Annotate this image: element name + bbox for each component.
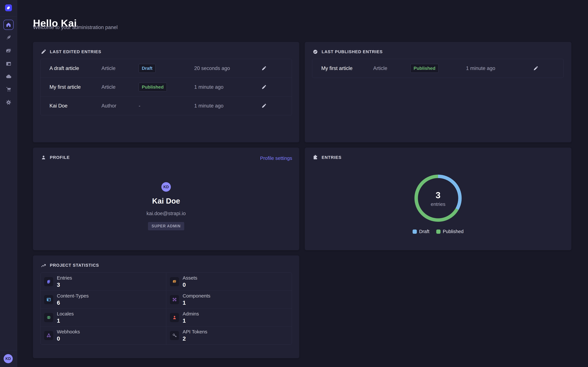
entry-type: Article: [101, 65, 139, 71]
profile-avatar: KD: [161, 182, 171, 192]
stat-webhooks: Webhooks0: [41, 326, 166, 344]
person-icon: [170, 313, 179, 322]
stat-value: 1: [183, 317, 199, 324]
stat-label: Components: [183, 293, 210, 299]
legend-item-published: Published: [436, 229, 464, 234]
profile-name: Kai Doe: [152, 197, 180, 205]
sidebar-item-content-manager[interactable]: [0, 32, 17, 43]
legend-item-draft: Draft: [413, 229, 429, 234]
profile-card: PROFILE Profile settings KD Kai Doe kai.…: [33, 148, 299, 250]
images-icon: [170, 277, 179, 286]
gear-icon: [6, 99, 12, 105]
card-title: LAST PUBLISHED ENTRIES: [322, 49, 383, 54]
sidebar-divider: [0, 16, 17, 17]
sidebar-item-deploy[interactable]: [0, 71, 17, 82]
table-row[interactable]: My first article Article Published 1 min…: [312, 59, 563, 78]
profile-role-badge: SUPER ADMIN: [148, 222, 184, 230]
webhook-icon: [44, 331, 53, 340]
nodes-icon: [170, 295, 179, 304]
edit-button[interactable]: [533, 66, 538, 71]
last-published-entries-card: LAST PUBLISHED ENTRIES My first article …: [305, 42, 571, 142]
stat-value: 6: [57, 300, 89, 306]
status-badge: Draft: [139, 64, 156, 73]
layout-icon: [44, 295, 53, 304]
edit-button[interactable]: [261, 66, 266, 71]
stat-value: 0: [57, 335, 80, 342]
stat-label: Entries: [57, 275, 72, 281]
entry-name: A draft article: [50, 65, 101, 71]
edit-button[interactable]: [261, 85, 266, 90]
card-title: PROJECT STATISTICS: [50, 263, 99, 268]
entry-name: My first article: [50, 84, 101, 90]
feather-icon: [6, 34, 12, 41]
entry-time: 1 minute ago: [194, 103, 261, 109]
entries-table: A draft article Article Draft 20 seconds…: [40, 59, 292, 115]
stat-assets: Assets0: [166, 273, 292, 291]
cart-icon: [6, 86, 12, 92]
entry-type: Article: [101, 84, 139, 90]
sidebar-item-media-library[interactable]: [0, 45, 17, 56]
card-header: PROJECT STATISTICS: [41, 263, 99, 268]
stat-components: Components1: [166, 291, 292, 309]
entry-type: Author: [101, 103, 139, 109]
layout-icon: [6, 61, 12, 67]
card-header: PROFILE: [41, 155, 70, 160]
status-badge: Published: [410, 64, 439, 73]
card-header: ENTRIES: [313, 155, 342, 160]
globe-icon: [44, 313, 53, 322]
donut-center-value: 3: [414, 190, 463, 200]
entry-time: 1 minute ago: [194, 84, 261, 90]
card-header: LAST PUBLISHED ENTRIES: [313, 49, 383, 54]
stat-label: Content-Types: [57, 293, 89, 299]
stat-value: 0: [183, 282, 197, 288]
sidebar-item-marketplace[interactable]: [0, 84, 17, 94]
entry-name: My first article: [321, 65, 373, 71]
stat-label: Webhooks: [57, 329, 80, 334]
stat-api-tokens: API Tokens2: [166, 326, 292, 344]
profile-settings-link[interactable]: Profile settings: [260, 155, 292, 161]
card-title: LAST EDITED ENTRIES: [50, 49, 101, 54]
sidebar-user-avatar[interactable]: KD: [4, 354, 13, 363]
stat-value: 1: [183, 300, 210, 306]
table-row[interactable]: A draft article Article Draft 20 seconds…: [41, 59, 292, 78]
legend-label: Draft: [419, 229, 429, 234]
entry-time: 1 minute ago: [466, 65, 533, 71]
table-row[interactable]: Kai Doe Author - 1 minute ago: [41, 96, 292, 115]
entry-time: 20 seconds ago: [194, 65, 261, 71]
media-library-icon: [6, 48, 12, 54]
key-icon: [170, 331, 179, 340]
table-row[interactable]: My first article Article Published 1 min…: [41, 78, 292, 96]
sidebar-item-home[interactable]: [3, 20, 14, 30]
stat-value: 3: [57, 282, 72, 288]
pencil-icon: [261, 66, 266, 71]
sidebar-item-content-type-builder[interactable]: [0, 58, 17, 69]
pencil-icon: [261, 85, 266, 90]
legend-label: Published: [443, 229, 464, 234]
profile-email: kai.doe@strapi.io: [147, 211, 186, 217]
pencil-icon: [533, 66, 538, 71]
puzzle-icon: [313, 155, 318, 160]
entry-name: Kai Doe: [50, 103, 101, 109]
cloud-icon: [6, 73, 12, 79]
strapi-logo-icon[interactable]: [5, 4, 12, 11]
entries-donut-chart: 3 entries: [414, 174, 463, 223]
home-icon: [6, 22, 11, 28]
stat-label: Assets: [183, 275, 197, 281]
status-empty: -: [139, 103, 194, 109]
trend-up-icon: [41, 263, 46, 268]
stat-admins: Admins1: [166, 309, 292, 326]
pencil-icon: [261, 103, 266, 108]
page-subtitle: Welcome to your administration panel: [33, 25, 118, 30]
edit-button[interactable]: [261, 103, 266, 108]
status-badge: Published: [139, 83, 167, 92]
entries-table: My first article Article Published 1 min…: [312, 59, 564, 78]
stat-value: 1: [57, 317, 74, 324]
sidebar-item-settings[interactable]: [0, 97, 17, 108]
pencil-icon: [41, 49, 46, 54]
card-title: ENTRIES: [322, 155, 342, 160]
stat-value: 2: [183, 335, 207, 342]
user-icon: [41, 155, 46, 160]
chart-legend: Draft Published: [305, 229, 571, 234]
profile-summary: KD Kai Doe kai.doe@strapi.io SUPER ADMIN: [33, 182, 299, 230]
entry-type: Article: [373, 65, 410, 71]
